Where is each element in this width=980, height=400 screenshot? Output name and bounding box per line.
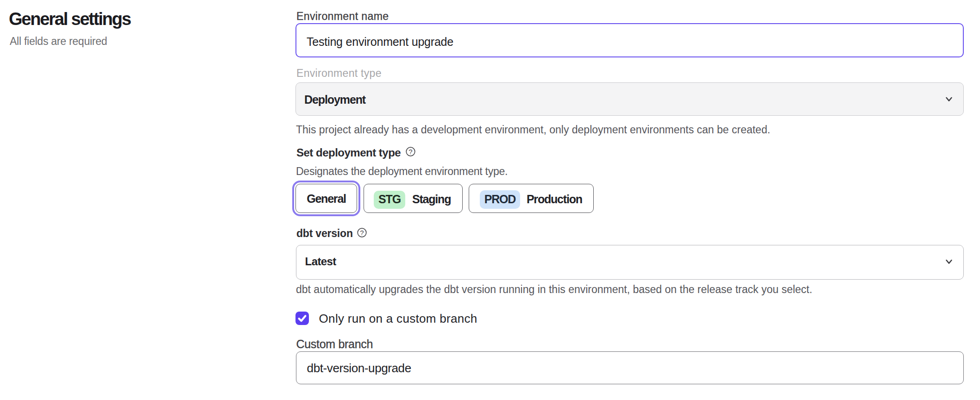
svg-text:?: ?: [360, 229, 364, 237]
svg-text:?: ?: [408, 147, 412, 155]
